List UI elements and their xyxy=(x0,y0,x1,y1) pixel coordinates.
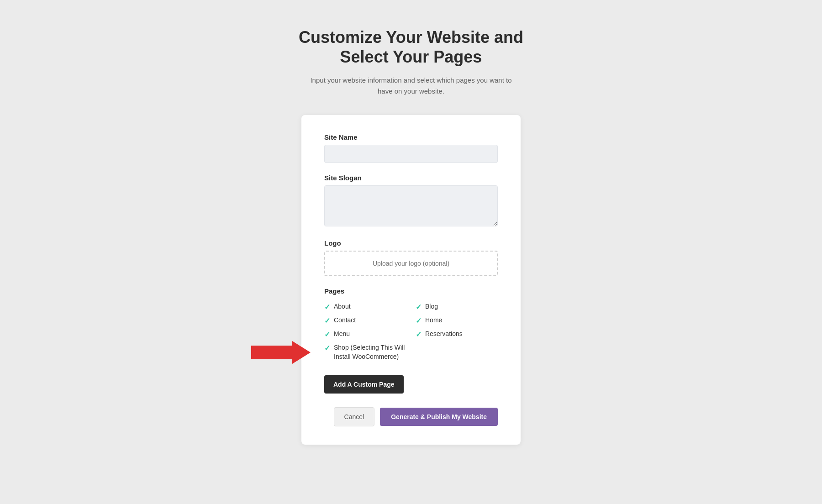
page-subtitle: Input your website information and selec… xyxy=(306,75,516,97)
site-name-input[interactable] xyxy=(324,145,498,163)
check-icon-home: ✓ xyxy=(416,316,422,325)
check-icon-blog: ✓ xyxy=(416,303,422,311)
page-item-menu[interactable]: ✓ Menu xyxy=(324,330,406,339)
page-label-contact: Contact xyxy=(334,316,356,325)
page-label-menu: Menu xyxy=(334,330,350,339)
logo-field: Logo Upload your logo (optional) xyxy=(324,239,498,276)
page-item-shop[interactable]: ✓ Shop (Selecting This Will Install WooC… xyxy=(324,343,406,361)
page-item-home[interactable]: ✓ Home xyxy=(416,316,498,325)
page-item-about[interactable]: ✓ About xyxy=(324,302,406,311)
page-item-blog[interactable]: ✓ Blog xyxy=(416,302,498,311)
pages-grid: ✓ About ✓ Blog ✓ Contact ✓ Home ✓ Menu ✓… xyxy=(324,302,498,361)
site-name-field: Site Name xyxy=(324,133,498,174)
check-icon-reservations: ✓ xyxy=(416,330,422,339)
red-arrow-indicator xyxy=(251,341,311,364)
page-label-reservations: Reservations xyxy=(425,330,463,339)
logo-upload-area[interactable]: Upload your logo (optional) xyxy=(324,251,498,276)
check-icon-shop: ✓ xyxy=(324,344,330,352)
page-label-shop: Shop (Selecting This Will Install WooCom… xyxy=(334,343,406,361)
actions-row: Cancel Generate & Publish My Website xyxy=(324,407,498,426)
site-slogan-input[interactable] xyxy=(324,185,498,226)
check-icon-about: ✓ xyxy=(324,303,330,311)
page-item-contact[interactable]: ✓ Contact xyxy=(324,316,406,325)
site-name-label: Site Name xyxy=(324,133,498,141)
cancel-button[interactable]: Cancel xyxy=(334,407,375,426)
page-label-blog: Blog xyxy=(425,302,438,311)
logo-label: Logo xyxy=(324,239,498,247)
page-title: Customize Your Website and Select Your P… xyxy=(297,27,525,67)
pages-label: Pages xyxy=(324,287,498,295)
add-custom-page-row: Add A Custom Page xyxy=(324,371,498,407)
add-custom-page-button[interactable]: Add A Custom Page xyxy=(324,375,404,394)
site-slogan-field: Site Slogan xyxy=(324,174,498,239)
generate-publish-button[interactable]: Generate & Publish My Website xyxy=(380,408,498,426)
site-slogan-label: Site Slogan xyxy=(324,174,498,182)
svg-marker-0 xyxy=(251,341,311,364)
page-item-reservations[interactable]: ✓ Reservations xyxy=(416,330,498,339)
check-icon-contact: ✓ xyxy=(324,316,330,325)
form-card: Site Name Site Slogan Logo Upload your l… xyxy=(301,115,521,444)
page-label-home: Home xyxy=(425,316,442,325)
check-icon-menu: ✓ xyxy=(324,330,330,339)
page-label-about: About xyxy=(334,302,351,311)
